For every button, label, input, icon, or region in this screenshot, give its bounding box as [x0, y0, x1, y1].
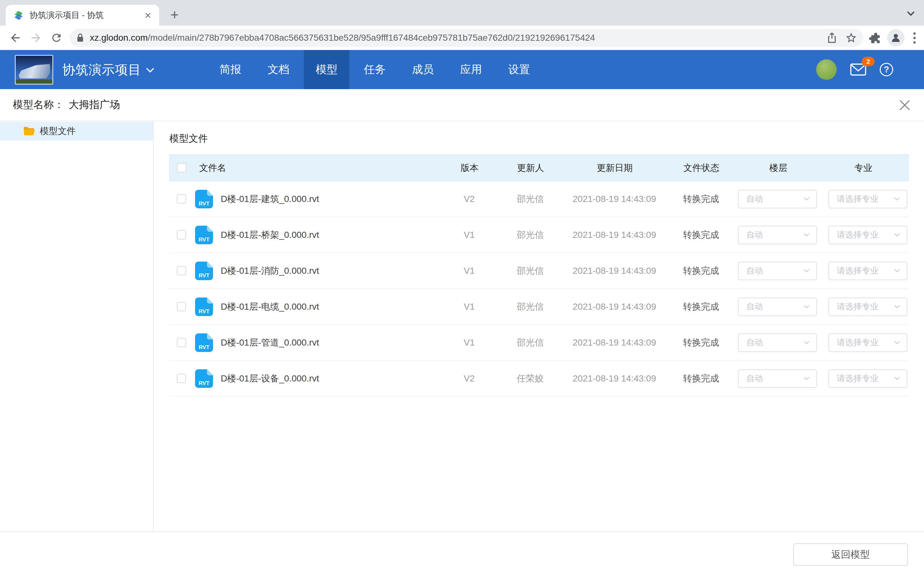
- file-updater: 邵光信: [496, 265, 565, 277]
- main-content: 模型文件 文件名 版本 更新人 更新日期 文件状态 楼层 专业 RVT D楼-0…: [153, 121, 924, 532]
- bookmark-star-icon[interactable]: [845, 32, 857, 44]
- browser-menu-icon[interactable]: [910, 32, 919, 44]
- file-name[interactable]: D楼-01层-设备_0.000.rvt: [221, 372, 319, 385]
- floor-select[interactable]: 自动: [738, 298, 817, 316]
- model-name-value: 大拇指广场: [69, 98, 120, 112]
- nav-item-apps[interactable]: 应用: [448, 50, 494, 89]
- floor-select-value: 自动: [746, 265, 763, 276]
- file-name[interactable]: D楼-01层-管道_0.000.rvt: [221, 337, 319, 349]
- column-header-file-status: 文件状态: [664, 162, 738, 174]
- table-row: RVT D楼-01层-电缆_0.000.rvt V1 邵光信 2021-08-1…: [170, 289, 909, 325]
- file-version: V1: [443, 338, 496, 348]
- forward-icon[interactable]: [27, 29, 44, 46]
- file-update-date: 2021-08-19 14:43:09: [565, 301, 664, 312]
- address-bar[interactable]: xz.glodon.com/model/main/278b7967ebba470…: [70, 29, 863, 47]
- rvt-file-icon: RVT: [195, 261, 213, 280]
- project-name: 协筑演示项目: [62, 61, 141, 79]
- specialty-select[interactable]: 请选择专业: [829, 190, 907, 208]
- floor-select[interactable]: 自动: [738, 226, 817, 244]
- file-updater: 邵光信: [496, 337, 565, 349]
- svg-text:RVT: RVT: [199, 237, 210, 243]
- file-name[interactable]: D楼-01层-消防_0.000.rvt: [221, 265, 319, 277]
- main-nav: 简报 文档 模型 任务 成员 应用 设置: [208, 50, 542, 89]
- specialty-select[interactable]: 请选择专业: [829, 261, 907, 280]
- project-switcher[interactable]: 协筑演示项目: [62, 61, 155, 79]
- back-to-model-button[interactable]: 返回模型: [793, 543, 908, 566]
- floor-select[interactable]: 自动: [738, 369, 817, 388]
- browser-tab-strip: 协筑演示项目 - 协筑 +: [0, 0, 924, 26]
- file-version: V2: [443, 374, 496, 384]
- close-icon[interactable]: [898, 99, 911, 111]
- row-checkbox[interactable]: [177, 194, 186, 203]
- share-icon[interactable]: [827, 32, 837, 44]
- project-logo: [15, 55, 53, 85]
- rvt-file-icon: RVT: [195, 334, 213, 352]
- svg-text:RVT: RVT: [199, 272, 210, 279]
- file-name[interactable]: D楼-01层-桥架_0.000.rvt: [221, 229, 319, 241]
- nav-item-settings[interactable]: 设置: [496, 50, 542, 89]
- tab-title: 协筑演示项目 - 协筑: [29, 10, 142, 21]
- specialty-select[interactable]: 请选择专业: [829, 298, 907, 316]
- table-row: RVT D楼-01层-消防_0.000.rvt V1 邵光信 2021-08-1…: [170, 253, 909, 289]
- row-checkbox[interactable]: [177, 374, 186, 383]
- nav-item-briefing[interactable]: 简报: [208, 50, 253, 89]
- row-checkbox[interactable]: [177, 302, 186, 311]
- tab-search-chevron-icon[interactable]: [906, 10, 916, 17]
- browser-profile-icon[interactable]: [887, 29, 905, 47]
- svg-text:RVT: RVT: [199, 308, 210, 314]
- file-name[interactable]: D楼-01层-电缆_0.000.rvt: [221, 301, 319, 313]
- specialty-select[interactable]: 请选择专业: [829, 334, 907, 352]
- browser-tab[interactable]: 协筑演示项目 - 协筑: [6, 5, 159, 26]
- user-avatar[interactable]: [816, 59, 837, 80]
- file-status: 转换完成: [664, 372, 738, 385]
- file-update-date: 2021-08-19 14:43:09: [565, 194, 664, 204]
- file-status: 转换完成: [664, 265, 738, 277]
- specialty-select-value: 请选择专业: [837, 337, 879, 348]
- floor-select-value: 自动: [746, 229, 763, 240]
- file-update-date: 2021-08-19 14:43:09: [565, 230, 664, 240]
- site-favicon: [13, 10, 24, 21]
- model-header: 模型名称： 大拇指广场: [0, 89, 924, 121]
- back-icon[interactable]: [7, 29, 24, 46]
- new-tab-button[interactable]: +: [166, 6, 184, 24]
- mail-badge: 2: [862, 57, 875, 66]
- table-row: RVT D楼-01层-桥架_0.000.rvt V1 邵光信 2021-08-1…: [170, 217, 909, 253]
- table-header: 文件名 版本 更新人 更新日期 文件状态 楼层 专业: [170, 155, 909, 181]
- file-update-date: 2021-08-19 14:43:09: [565, 374, 664, 384]
- select-all-checkbox[interactable]: [177, 163, 186, 172]
- file-version: V1: [443, 230, 496, 240]
- svg-text:RVT: RVT: [199, 201, 210, 207]
- row-checkbox[interactable]: [177, 338, 186, 347]
- reload-icon[interactable]: [48, 29, 65, 46]
- tab-close-icon[interactable]: [142, 10, 153, 21]
- file-update-date: 2021-08-19 14:43:09: [565, 266, 664, 276]
- rvt-file-icon: RVT: [195, 298, 213, 316]
- file-updater: 邵光信: [496, 193, 565, 205]
- floor-select[interactable]: 自动: [738, 261, 817, 280]
- floor-select-value: 自动: [746, 193, 763, 205]
- url-text: xz.glodon.com/model/main/278b7967ebba470…: [90, 33, 595, 43]
- file-updater: 邵光信: [496, 229, 565, 241]
- floor-select-value: 自动: [746, 337, 763, 348]
- nav-item-model[interactable]: 模型: [304, 50, 349, 89]
- extensions-puzzle-icon[interactable]: [869, 31, 881, 44]
- nav-item-documents[interactable]: 文档: [256, 50, 301, 89]
- row-checkbox[interactable]: [177, 266, 186, 276]
- floor-select-value: 自动: [746, 301, 763, 312]
- lock-icon: [76, 33, 84, 43]
- specialty-select[interactable]: 请选择专业: [829, 369, 907, 388]
- file-name[interactable]: D楼-01层-建筑_0.000.rvt: [221, 193, 319, 205]
- floor-select[interactable]: 自动: [738, 190, 817, 208]
- mail-icon[interactable]: 2: [850, 63, 866, 76]
- nav-item-members[interactable]: 成员: [400, 50, 446, 89]
- sidebar-item-model-files[interactable]: 模型文件: [0, 122, 153, 140]
- table-body: RVT D楼-01层-建筑_0.000.rvt V2 邵光信 2021-08-1…: [170, 181, 909, 396]
- specialty-select-value: 请选择专业: [837, 265, 879, 276]
- model-name-label: 模型名称：: [13, 98, 64, 112]
- specialty-select[interactable]: 请选择专业: [829, 226, 907, 244]
- row-checkbox[interactable]: [177, 230, 186, 239]
- help-icon[interactable]: ?: [880, 63, 893, 76]
- file-updater: 邵光信: [496, 301, 565, 313]
- floor-select[interactable]: 自动: [738, 334, 817, 352]
- nav-item-tasks[interactable]: 任务: [352, 50, 397, 89]
